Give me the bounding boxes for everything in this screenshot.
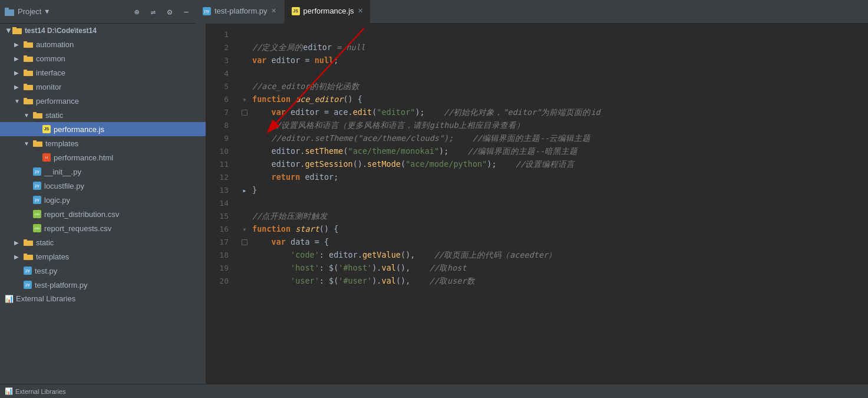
sidebar-root[interactable]: ▼ test14 D:\Code\test14 [0, 24, 206, 37]
project-title: Project [18, 7, 41, 16]
sidebar-item-logic-py[interactable]: ▶ py logic.py [0, 193, 206, 207]
sidebar-item-test-platform-py[interactable]: ▶ py test-platform.py [0, 278, 206, 292]
ext-libs-chart-icon: 📊 [5, 295, 14, 303]
code-lines[interactable]: //定义全局的editor = null var editor = null; … [247, 24, 868, 384]
tab-performance-js[interactable]: JS performance.js ✕ [285, 0, 370, 24]
folder-icon-monitor [24, 83, 33, 90]
gutter-12 [236, 171, 247, 184]
code-colon-20: : $( [319, 275, 339, 288]
sidebar-label-report-dist: report_distribution.csv [44, 210, 119, 219]
sidebar-item-automation[interactable]: ▶ automation [0, 37, 206, 51]
svg-rect-0 [5, 9, 14, 16]
code-indent-11 [252, 158, 272, 171]
code-plain-3: editor = [266, 54, 314, 67]
ln-18: 18 [206, 249, 229, 262]
sidebar-item-test-py[interactable]: ▶ py test.py [0, 264, 206, 278]
arrow-interface: ▶ [14, 70, 24, 76]
code-indent-10 [252, 145, 272, 158]
html-file-icon: H [42, 153, 51, 162]
sidebar-item-templates-root[interactable]: ▶ templates [0, 249, 206, 264]
gutter-4 [236, 67, 247, 80]
sidebar-label-report-req: report_requests.csv [44, 224, 111, 233]
sidebar-item-performance-html[interactable]: ▶ H performance.html [0, 150, 206, 165]
project-label-area: Project ▼ [5, 7, 123, 16]
code-line-6: function ace_editor() { [252, 93, 868, 106]
sidebar-label-templates-root: templates [36, 252, 69, 261]
code-plain-7: editor = ace. [286, 106, 353, 119]
code-method-20: val [382, 275, 396, 288]
py-test-icon: py [24, 267, 32, 275]
gutter-2 [236, 41, 247, 54]
code-plain-12: editor; [300, 171, 338, 184]
code-semi-3: ; [334, 54, 338, 67]
minimize-icon[interactable]: − [181, 7, 191, 17]
code-comment-11: //设置编程语言 [516, 158, 575, 171]
fold-13[interactable]: ▶ [242, 188, 247, 193]
gutter-14 [236, 197, 247, 210]
sidebar-item-templates-perf[interactable]: ▼ templates [0, 136, 206, 150]
gutter-20 [236, 275, 247, 288]
sidebar-item-monitor[interactable]: ▶ monitor [0, 80, 206, 94]
arrow-common: ▶ [14, 55, 24, 62]
sidebar-label-performance-js: performance.js [54, 125, 104, 134]
py-locust-icon: py [33, 182, 41, 190]
tab-js-close[interactable]: ✕ [358, 7, 363, 15]
status-ext-libs: External Libraries [15, 388, 66, 395]
code-comment-20: //取user数 [430, 275, 475, 288]
fold-6[interactable]: ▼ [242, 97, 247, 103]
sidebar-item-performance[interactable]: ▼ performance [0, 94, 206, 108]
tab-js-label: performance.js [303, 6, 354, 15]
code-method-11b: setMode [367, 158, 401, 171]
code-kw-17: var [272, 236, 286, 249]
code-editor-10: editor. [272, 145, 305, 158]
settings-icon[interactable]: ⚙ [165, 7, 174, 17]
transfer-icon[interactable]: ⇌ [148, 7, 158, 17]
sidebar-item-report-dist-csv[interactable]: ▶ csv report_distribution.csv [0, 207, 206, 221]
root-arrow: ▼ [5, 26, 12, 35]
svg-rect-21 [24, 254, 27, 256]
status-text: 📊 [5, 387, 13, 395]
sidebar-item-performance-js[interactable]: ▶ JS performance.js [0, 122, 206, 136]
code-comment-8: //设置风格和语言（更多风格和语言，请到github上相应目录查看） [272, 119, 524, 132]
code-brace-13: } [252, 184, 257, 197]
code-line-3: var editor = null; [252, 54, 868, 67]
svg-rect-9 [24, 70, 27, 72]
code-plain-17: data = { [286, 236, 329, 249]
sidebar-item-init-py[interactable]: ▶ py __init__.py [0, 165, 206, 179]
arrow-templates-root: ▶ [14, 254, 24, 260]
sidebar-item-interface[interactable]: ▶ interface [0, 65, 206, 80]
tab-py-close[interactable]: ✕ [271, 7, 276, 15]
code-line-14 [252, 197, 868, 210]
code-line-2: //定义全局的editor = null [252, 41, 868, 54]
sidebar-item-report-req-csv[interactable]: ▶ csv report_requests.csv [0, 221, 206, 235]
sidebar-item-ext-libs[interactable]: 📊 External Libraries [0, 292, 206, 305]
ln-1: 1 [206, 28, 229, 41]
fold-16[interactable]: ▼ [242, 226, 247, 232]
toolbar-icons: ⊕ ⇌ ⚙ − [132, 7, 191, 17]
code-indent-9 [252, 132, 272, 145]
sidebar-label-monitor: monitor [36, 83, 61, 91]
code-p1-19: ). [372, 262, 381, 275]
tab-test-platform-py[interactable]: py test-platform.py ✕ [196, 0, 283, 24]
code-line-16: function start() { [252, 223, 868, 236]
code-paren-6: () { [343, 93, 362, 106]
svg-rect-19 [24, 239, 27, 242]
code-fn-6: ace_editor [295, 93, 343, 106]
code-line-12: return editor; [252, 171, 868, 184]
main-area: ▼ test14 D:\Code\test14 ▶ automation ▶ c… [0, 24, 868, 384]
sidebar-item-static-root[interactable]: ▶ static [0, 235, 206, 249]
gutter-1 [236, 28, 247, 41]
sidebar-root-label: test14 D:\Code\test14 [25, 27, 97, 35]
sidebar-item-static-perf[interactable]: ▼ static [0, 108, 206, 122]
ln-6: 6 [206, 93, 229, 106]
sidebar-item-common[interactable]: ▶ common [0, 51, 206, 65]
editor-area[interactable]: 1 2 3 4 5 6 7 8 9 10 11 12 13 14 15 16 1… [206, 24, 868, 384]
editor-tabs: py test-platform.py ✕ JS performance.js … [196, 0, 863, 24]
sidebar-item-locustfile-py[interactable]: ▶ py locustfile.py [0, 179, 206, 193]
code-space-16 [291, 223, 295, 236]
globe-icon[interactable]: ⊕ [132, 7, 141, 17]
folder-icon-common [24, 55, 33, 62]
code-comment-7: //初始化对象，"editor"为前端页面的id [444, 106, 600, 119]
gutter: ▼ ▶ ▼ [236, 24, 247, 384]
folder-icon-static-perf [33, 111, 42, 119]
